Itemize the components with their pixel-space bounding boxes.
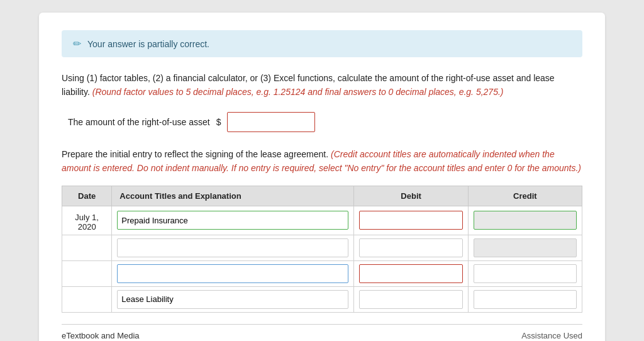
- instructions-italic: (Round factor values to 5 decimal places…: [92, 87, 504, 97]
- prepare-main: Prepare the initial entry to reflect the…: [62, 149, 328, 159]
- main-card: ✏ Your answer is partially correct. Usin…: [39, 13, 605, 341]
- credit-input-1[interactable]: [474, 211, 577, 230]
- account-cell-3: [112, 260, 354, 286]
- col-debit: Debit: [354, 186, 468, 206]
- account-cell-4: [112, 286, 354, 312]
- date-cell-3: [62, 260, 112, 286]
- account-input-3[interactable]: [117, 264, 348, 283]
- credit-cell-1: [468, 206, 582, 235]
- account-input-1[interactable]: [117, 211, 348, 230]
- table-row: [62, 286, 582, 312]
- roa-label: The amount of the right-of-use asset: [68, 117, 210, 127]
- table-row: [62, 260, 582, 286]
- table-row: [62, 235, 582, 260]
- roa-dollar: $: [216, 117, 221, 127]
- account-input-2[interactable]: [117, 238, 348, 257]
- credit-cell-3: [468, 260, 582, 286]
- alert-text: Your answer is partially correct.: [87, 39, 209, 49]
- credit-input-3[interactable]: [474, 264, 577, 283]
- alert-banner: ✏ Your answer is partially correct.: [62, 30, 582, 57]
- roa-row: The amount of the right-of-use asset $: [68, 112, 582, 132]
- account-cell-2: [112, 235, 354, 260]
- instructions-text: Using (1) factor tables, (2) a financial…: [62, 71, 582, 99]
- footer-left: eTextbook and Media: [62, 331, 140, 340]
- footer-bar: eTextbook and Media Assistance Used: [62, 324, 582, 340]
- footer-right: Assistance Used: [521, 331, 582, 340]
- journal-table: Date Account Titles and Explanation Debi…: [62, 186, 582, 313]
- debit-input-2[interactable]: [359, 238, 462, 257]
- account-cell-1: [112, 206, 354, 235]
- col-credit: Credit: [468, 186, 582, 206]
- debit-cell-3: [354, 260, 468, 286]
- debit-input-3[interactable]: [359, 264, 462, 283]
- pencil-icon: ✏: [73, 38, 81, 50]
- date-cell-1: July 1,2020: [62, 206, 112, 235]
- col-account: Account Titles and Explanation: [112, 186, 354, 206]
- debit-input-1[interactable]: [359, 211, 462, 230]
- credit-input-4[interactable]: [474, 290, 577, 309]
- table-row: July 1,2020: [62, 206, 582, 235]
- debit-input-4[interactable]: [359, 290, 462, 309]
- prepare-text: Prepare the initial entry to reflect the…: [62, 147, 582, 176]
- credit-input-2[interactable]: [474, 238, 577, 257]
- account-input-4[interactable]: [117, 290, 348, 309]
- debit-cell-1: [354, 206, 468, 235]
- date-cell-2: [62, 235, 112, 260]
- date-cell-4: [62, 286, 112, 312]
- debit-cell-2: [354, 235, 468, 260]
- credit-cell-2: [468, 235, 582, 260]
- col-date: Date: [62, 186, 112, 206]
- debit-cell-4: [354, 286, 468, 312]
- credit-cell-4: [468, 286, 582, 312]
- roa-input[interactable]: [227, 112, 315, 132]
